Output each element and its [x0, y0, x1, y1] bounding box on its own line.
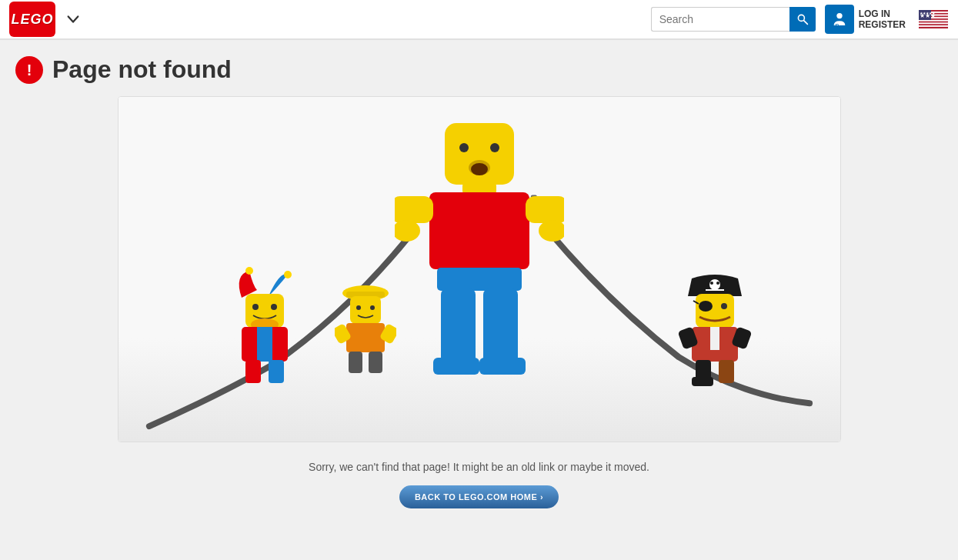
login-register-text: LOG IN REGISTER	[859, 8, 906, 31]
svg-rect-58	[696, 294, 734, 328]
search-input[interactable]	[651, 7, 789, 32]
lego-scene	[118, 97, 840, 442]
svg-rect-31	[483, 288, 518, 365]
us-flag-icon: ★★★ ★★★★★	[919, 10, 948, 28]
svg-point-19	[459, 143, 469, 152]
search-icon	[796, 13, 809, 25]
logo-text: LEGO	[11, 12, 53, 28]
svg-rect-26	[526, 196, 564, 223]
svg-rect-24	[429, 192, 529, 269]
svg-rect-9	[919, 22, 948, 24]
page-content: ! Page not found	[0, 40, 958, 508]
svg-point-38	[271, 304, 277, 310]
svg-point-56	[716, 282, 719, 285]
svg-point-54	[709, 279, 720, 290]
page-title: Page not found	[52, 55, 232, 84]
svg-rect-52	[349, 352, 362, 373]
exclamation-icon: !	[27, 62, 32, 78]
svg-point-59	[699, 301, 713, 312]
person-icon: ID	[831, 11, 848, 28]
svg-rect-29	[437, 268, 522, 291]
svg-point-27	[395, 220, 420, 242]
error-icon: !	[15, 56, 43, 84]
nav-dropdown-button[interactable]	[62, 8, 85, 31]
center-minifig	[395, 115, 564, 392]
svg-point-47	[356, 305, 361, 310]
language-selector[interactable]: ★★★ ★★★★★	[918, 8, 949, 30]
svg-rect-10	[919, 25, 948, 27]
lego-id-icon: ID	[825, 5, 854, 34]
lego-logo[interactable]: LEGO	[9, 2, 55, 37]
svg-point-55	[710, 282, 713, 285]
svg-point-37	[252, 304, 259, 310]
svg-rect-32	[433, 358, 479, 375]
site-header: LEGO ID LOG IN REGISTER	[0, 0, 958, 40]
svg-rect-23	[462, 183, 496, 194]
svg-point-2	[836, 13, 842, 18]
svg-rect-42	[245, 360, 261, 383]
svg-text:★★★★★: ★★★★★	[920, 11, 936, 15]
back-to-home-button[interactable]: BACK TO LEGO.COM HOME	[399, 485, 559, 508]
worker-minifig	[335, 272, 396, 379]
svg-rect-41	[257, 327, 272, 362]
chevron-down-icon	[66, 12, 80, 26]
svg-rect-53	[369, 352, 382, 373]
svg-rect-30	[441, 288, 476, 365]
svg-point-28	[539, 220, 564, 242]
svg-rect-67	[719, 360, 734, 383]
pirate-minifig	[676, 267, 753, 390]
jester-minifig	[226, 267, 303, 390]
search-button[interactable]	[789, 7, 816, 32]
svg-rect-8	[919, 20, 948, 22]
svg-line-1	[803, 21, 807, 25]
svg-point-20	[490, 143, 499, 152]
svg-point-61	[721, 303, 727, 309]
error-illustration	[118, 96, 841, 442]
error-header: ! Page not found	[15, 55, 943, 84]
svg-rect-43	[269, 360, 284, 383]
svg-rect-25	[395, 196, 433, 223]
svg-rect-33	[479, 358, 526, 375]
lego-id-button[interactable]: ID LOG IN REGISTER	[825, 5, 906, 34]
svg-rect-63	[710, 327, 719, 350]
svg-point-22	[471, 163, 488, 175]
svg-text:ID: ID	[835, 23, 839, 28]
svg-rect-49	[346, 323, 385, 352]
svg-point-48	[370, 305, 375, 310]
svg-rect-46	[350, 296, 381, 324]
login-text: LOG IN	[859, 8, 906, 19]
svg-point-34	[245, 267, 253, 275]
search-area	[651, 7, 816, 32]
sorry-message: Sorry, we can't find that page! It might…	[15, 461, 943, 473]
svg-point-35	[284, 271, 292, 278]
svg-rect-68	[692, 377, 713, 386]
register-text: REGISTER	[859, 19, 906, 30]
